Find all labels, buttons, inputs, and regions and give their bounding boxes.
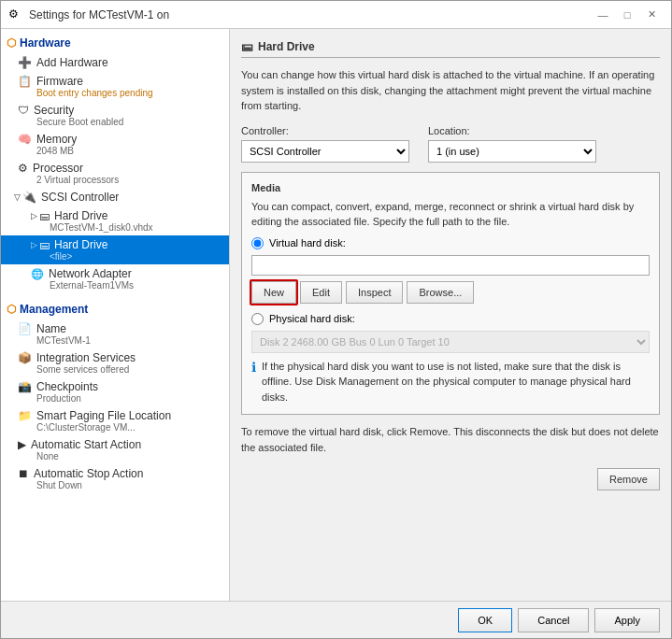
main-content: ⬡ Hardware ➕ Add Hardware 📋 Firmware Boo… bbox=[1, 29, 671, 601]
checkpoints-icon: 📸 bbox=[18, 380, 32, 393]
firmware-sub: Boot entry changes pending bbox=[18, 88, 153, 98]
virtual-hd-radio[interactable] bbox=[251, 237, 264, 249]
security-sub: Secure Boot enabled bbox=[18, 117, 123, 127]
sidebar-item-firmware[interactable]: 📋 Firmware Boot entry changes pending bbox=[1, 72, 229, 101]
hd-parent-sub: MCTestVM-1_disk0.vhdx bbox=[31, 222, 153, 233]
security-icon: 🛡 bbox=[18, 104, 29, 117]
sidebar: ⬡ Hardware ➕ Add Hardware 📋 Firmware Boo… bbox=[1, 29, 230, 601]
window-title: Settings for MCTestVM-1 on bbox=[29, 8, 591, 21]
sidebar-item-label: Processor bbox=[33, 162, 83, 175]
close-button[interactable]: ✕ bbox=[639, 6, 664, 24]
apply-button[interactable]: Apply bbox=[594, 608, 660, 632]
controller-location-row: Controller: SCSI Controller Location: 1 … bbox=[241, 125, 660, 163]
add-hardware-icon: ➕ bbox=[18, 56, 32, 69]
inspect-button[interactable]: Inspect bbox=[346, 281, 403, 304]
edit-button[interactable]: Edit bbox=[300, 281, 342, 304]
expand-icon: ▷ bbox=[31, 240, 37, 249]
sidebar-item-add-hardware[interactable]: ➕ Add Hardware bbox=[1, 53, 229, 72]
sidebar-item-label: Memory bbox=[36, 133, 77, 146]
integration-icon: 📦 bbox=[18, 351, 32, 364]
name-sub: MCTestVM-1 bbox=[18, 335, 91, 346]
sidebar-item-smart-paging[interactable]: 📁 Smart Paging File Location C:\ClusterS… bbox=[1, 406, 229, 435]
sidebar-item-network[interactable]: 🌐 Network Adapter External-Team1VMs bbox=[1, 264, 229, 293]
network-icon: 🌐 bbox=[31, 268, 44, 280]
location-label: Location: bbox=[428, 125, 596, 136]
cancel-button[interactable]: Cancel bbox=[518, 608, 589, 632]
hd-selected-sub: <file> bbox=[31, 251, 72, 262]
virtual-hd-path-input[interactable] bbox=[251, 255, 650, 276]
name-icon: 📄 bbox=[18, 322, 32, 335]
sidebar-item-label: Checkpoints bbox=[36, 380, 98, 393]
sidebar-item-label: Firmware bbox=[36, 75, 83, 88]
info-icon: ℹ bbox=[251, 360, 256, 375]
auto-stop-sub: Shut Down bbox=[18, 480, 82, 490]
auto-start-icon: ▶ bbox=[18, 438, 26, 451]
maximize-button[interactable]: □ bbox=[615, 6, 639, 24]
sidebar-item-label: SCSI Controller bbox=[41, 191, 119, 204]
controller-select[interactable]: SCSI Controller bbox=[241, 140, 409, 163]
location-group: Location: 1 (in use) bbox=[428, 125, 596, 163]
sidebar-item-label: Security bbox=[34, 104, 74, 117]
remove-button[interactable]: Remove bbox=[597, 468, 660, 490]
smart-paging-sub: C:\ClusterStorage VM... bbox=[18, 422, 136, 433]
sidebar-item-label: Add Hardware bbox=[36, 56, 108, 69]
window-controls: — □ ✕ bbox=[591, 6, 664, 24]
window-icon: ⚙ bbox=[8, 7, 23, 22]
sidebar-item-auto-start[interactable]: ▶ Automatic Start Action None bbox=[1, 435, 229, 464]
location-select[interactable]: 1 (in use) bbox=[428, 140, 596, 163]
media-title: Media bbox=[251, 182, 650, 193]
virtual-hd-label: Virtual hard disk: bbox=[269, 237, 346, 248]
physical-hd-row: Disk 2 2468.00 GB Bus 0 Lun 0 Target 10 bbox=[251, 331, 650, 353]
management-section-header: ⬡ Management bbox=[1, 299, 229, 320]
physical-hd-select: Disk 2 2468.00 GB Bus 0 Lun 0 Target 10 bbox=[251, 331, 650, 353]
sidebar-item-name[interactable]: 📄 Name MCTestVM-1 bbox=[1, 320, 229, 348]
sidebar-item-security[interactable]: 🛡 Security Secure Boot enabled bbox=[1, 101, 229, 130]
panel-title-text: Hard Drive bbox=[258, 40, 315, 53]
integration-sub: Some services offered bbox=[18, 364, 129, 375]
panel-title: 🖴 Hard Drive bbox=[241, 40, 660, 58]
sidebar-item-hard-drive-selected[interactable]: ▷ 🖴 Hard Drive <file> bbox=[1, 235, 229, 264]
ok-button[interactable]: OK bbox=[458, 608, 512, 632]
sidebar-item-processor[interactable]: ⚙ Processor 2 Virtual processors bbox=[1, 159, 229, 188]
remove-row: Remove bbox=[241, 468, 660, 490]
panel-description: You can change how this virtual hard dis… bbox=[241, 67, 660, 114]
virtual-hd-radio-row: Virtual hard disk: bbox=[251, 237, 650, 249]
sidebar-item-label: Automatic Stop Action bbox=[34, 467, 143, 480]
minimize-button[interactable]: — bbox=[591, 6, 615, 24]
auto-start-sub: None bbox=[18, 451, 59, 462]
info-box: ℹ If the physical hard disk you want to … bbox=[251, 359, 650, 405]
processor-sub: 2 Virtual processors bbox=[18, 175, 119, 185]
memory-sub: 2048 MB bbox=[18, 146, 74, 156]
sidebar-item-integration[interactable]: 📦 Integration Services Some services off… bbox=[1, 348, 229, 377]
sidebar-item-memory[interactable]: 🧠 Memory 2048 MB bbox=[1, 130, 229, 159]
physical-hd-radio[interactable] bbox=[251, 313, 264, 325]
management-label: Management bbox=[20, 303, 88, 316]
sidebar-item-label: Automatic Start Action bbox=[31, 438, 141, 451]
hardware-section-header: ⬡ Hardware bbox=[1, 33, 229, 53]
expand-icon: ▷ bbox=[31, 211, 37, 220]
settings-window: ⚙ Settings for MCTestVM-1 on — □ ✕ ⬡ Har… bbox=[0, 0, 672, 639]
sidebar-item-label: Smart Paging File Location bbox=[36, 409, 171, 422]
sidebar-item-scsi[interactable]: ▽ 🔌 SCSI Controller bbox=[1, 188, 229, 206]
browse-button[interactable]: Browse... bbox=[407, 281, 474, 304]
media-desc: You can compact, convert, expand, merge,… bbox=[251, 199, 650, 230]
hardware-icon: ⬡ bbox=[7, 36, 16, 50]
new-button[interactable]: New bbox=[251, 281, 296, 304]
controller-label: Controller: bbox=[241, 125, 409, 136]
hd-selected-icon: 🖴 bbox=[39, 239, 50, 250]
firmware-icon: 📋 bbox=[18, 75, 32, 88]
memory-icon: 🧠 bbox=[18, 133, 32, 146]
action-buttons-row: New Edit Inspect Browse... bbox=[251, 281, 650, 304]
physical-hd-radio-row: Physical hard disk: bbox=[251, 313, 650, 325]
remove-note: To remove the virtual hard disk, click R… bbox=[241, 424, 660, 455]
sidebar-item-auto-stop[interactable]: ⏹ Automatic Stop Action Shut Down bbox=[1, 464, 229, 493]
physical-hd-label: Physical hard disk: bbox=[269, 313, 355, 324]
panel-title-icon: 🖴 bbox=[241, 40, 252, 53]
sidebar-item-label: Hard Drive bbox=[54, 238, 107, 251]
management-icon: ⬡ bbox=[7, 303, 16, 316]
sidebar-item-hard-drive-parent[interactable]: ▷ 🖴 Hard Drive MCTestVM-1_disk0.vhdx bbox=[1, 206, 229, 235]
titlebar: ⚙ Settings for MCTestVM-1 on — □ ✕ bbox=[1, 1, 671, 29]
sidebar-item-checkpoints[interactable]: 📸 Checkpoints Production bbox=[1, 377, 229, 406]
expand-icon: ▽ bbox=[14, 192, 21, 202]
hardware-label: Hardware bbox=[20, 36, 71, 50]
